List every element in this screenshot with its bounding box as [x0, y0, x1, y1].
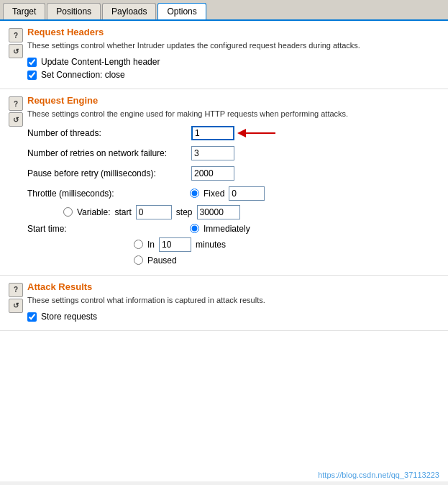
help-icon[interactable]: ?	[9, 28, 23, 42]
tab-options[interactable]: Options	[157, 3, 206, 19]
attack-results-desc: These settings control what information …	[27, 295, 439, 306]
start-paused-row: Paused	[134, 255, 439, 266]
start-time-row: Start time: Immediately	[27, 224, 439, 234]
request-engine-desc: These settings control the engine used f…	[27, 109, 439, 119]
throttle-fixed-label: Fixed	[204, 189, 224, 199]
set-connection-label: Set Connection: close	[41, 70, 125, 80]
start-immediately-radio[interactable]	[190, 224, 199, 233]
threads-input[interactable]	[191, 126, 234, 140]
engine-section-icons: ? ↺	[9, 96, 23, 127]
request-headers-body: Request Headers These settings control w…	[27, 27, 439, 83]
start-time-label: Start time:	[27, 224, 186, 234]
minutes-label: minutes	[196, 240, 226, 250]
throttle-row: Throttle (milliseconds): Fixed	[27, 186, 439, 201]
start-time-section: Start time: Immediately In minutes Pause…	[27, 224, 439, 266]
retries-row: Number of retries on network failure:	[27, 146, 439, 160]
store-requests-row: Store requests	[27, 312, 439, 322]
request-engine-title: Request Engine	[27, 95, 439, 106]
start-in-input[interactable]	[159, 237, 191, 252]
tab-bar: Target Positions Payloads Options	[0, 0, 448, 21]
results-help-icon[interactable]: ?	[9, 283, 23, 297]
pause-retry-row: Pause before retry (milliseconds):	[27, 166, 439, 181]
throttle-start-input[interactable]	[136, 205, 172, 219]
update-content-length-row: Update Content-Length header	[27, 57, 439, 67]
start-paused-radio[interactable]	[134, 255, 143, 265]
set-connection-row: Set Connection: close	[27, 70, 439, 80]
set-connection-checkbox[interactable]	[27, 71, 37, 80]
tab-target[interactable]: Target	[3, 3, 45, 19]
throttle-variable-radio[interactable]	[63, 207, 73, 217]
start-paused-label: Paused	[147, 255, 177, 266]
request-headers-title: Request Headers	[27, 27, 439, 37]
results-section-icons: ? ↺	[9, 283, 23, 313]
tab-payloads[interactable]: Payloads	[102, 3, 156, 19]
watermark: https://blog.csdn.net/qq_37113223	[318, 471, 439, 479]
request-engine-section: ? ↺ Request Engine These settings contro…	[0, 89, 448, 275]
throttle-fixed-radio[interactable]	[190, 189, 199, 198]
throttle-step-label: step	[176, 207, 193, 217]
attack-results-section: ? ↺ Attack Results These settings contro…	[0, 276, 448, 331]
throttle-variable-row: Variable: start step	[63, 205, 439, 219]
retries-label: Number of retries on network failure:	[27, 148, 186, 158]
section-icons: ? ↺	[9, 28, 23, 58]
attack-results-body: Attack Results These settings control wh…	[27, 281, 439, 325]
store-requests-label: Store requests	[41, 312, 97, 322]
start-immediately-label: Immediately	[204, 224, 250, 234]
attack-results-title: Attack Results	[27, 281, 439, 292]
throttle-label: Throttle (milliseconds):	[27, 189, 186, 199]
threads-label: Number of threads:	[27, 128, 186, 138]
refresh-icon[interactable]: ↺	[9, 44, 23, 58]
update-content-length-checkbox[interactable]	[27, 58, 37, 67]
throttle-start-label: start	[114, 207, 131, 217]
start-in-radio[interactable]	[134, 240, 143, 249]
red-arrow-annotation	[236, 124, 279, 142]
retries-input[interactable]	[191, 146, 234, 160]
throttle-fixed-input[interactable]	[229, 186, 265, 201]
start-in-row: In minutes	[134, 237, 439, 252]
throttle-variable-label: Variable:	[77, 207, 110, 217]
main-content: ? ↺ Request Headers These settings contr…	[0, 21, 448, 481]
engine-help-icon[interactable]: ?	[9, 96, 23, 111]
pause-retry-label: Pause before retry (milliseconds):	[27, 168, 186, 178]
tab-positions[interactable]: Positions	[47, 3, 101, 19]
results-refresh-icon[interactable]: ↺	[9, 299, 23, 313]
pause-retry-input[interactable]	[191, 166, 234, 181]
request-headers-section: ? ↺ Request Headers These settings contr…	[0, 21, 448, 89]
threads-row: Number of threads:	[27, 126, 439, 140]
update-content-length-label: Update Content-Length header	[41, 57, 160, 67]
request-engine-body: Request Engine These settings control th…	[27, 95, 439, 268]
throttle-step-input[interactable]	[197, 205, 240, 219]
store-requests-checkbox[interactable]	[27, 312, 37, 322]
engine-refresh-icon[interactable]: ↺	[9, 112, 23, 127]
start-in-label: In	[147, 240, 155, 250]
request-headers-desc: These settings control whether Intruder …	[27, 40, 439, 51]
